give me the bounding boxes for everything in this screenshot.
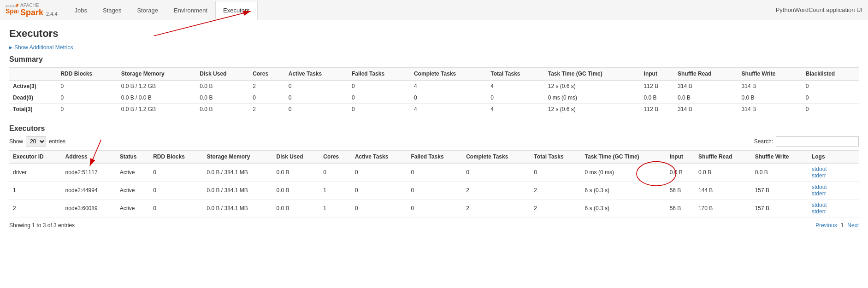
executor-cell: 0 ms (0 ms) xyxy=(581,163,666,182)
executor-cell: 0.0 B / 384.1 MB xyxy=(203,163,272,182)
summary-header-row: RDD Blocks Storage Memory Disk Used Core… xyxy=(9,68,859,81)
summary-cell: 0 xyxy=(348,92,410,104)
summary-row: Total(3)00.0 B / 1.2 GB0.0 B2004412 s (0… xyxy=(9,104,859,115)
summary-header-total-tasks: Total Tasks xyxy=(487,68,544,81)
summary-cell: 314 B xyxy=(738,80,802,92)
showing-text: Showing 1 to 3 of 3 entries xyxy=(9,222,75,229)
summary-cell: 12 s (0.6 s) xyxy=(544,104,640,115)
executor-cell: 0 xyxy=(530,163,581,182)
summary-cell: 0 xyxy=(285,104,348,115)
executor-header-address: Address xyxy=(62,151,116,164)
executor-cell: 56 B xyxy=(666,182,695,200)
svg-text:Spark: Spark xyxy=(6,7,18,15)
summary-row: Active(3)00.0 B / 1.2 GB0.0 B2004412 s (… xyxy=(9,80,859,92)
executor-cell: 0.0 B xyxy=(273,163,320,182)
show-additional-metrics-link[interactable]: Show Additional Metrics xyxy=(9,44,73,51)
summary-header-shuffle-write: Shuffle Write xyxy=(738,68,802,81)
logs-cell: stdoutstderr xyxy=(808,182,859,200)
stderr-link[interactable]: stderr xyxy=(812,190,826,197)
executor-header-total-tasks: Total Tasks xyxy=(530,151,581,164)
executor-header-rdd: RDD Blocks xyxy=(149,151,203,164)
nav-jobs[interactable]: Jobs xyxy=(67,1,95,20)
content: Executors Show Additional Metrics Summar… xyxy=(0,20,868,236)
executor-header-logs: Logs xyxy=(808,151,859,164)
executor-row: 2node3:60089Active00.0 B / 384.1 MB0.0 B… xyxy=(9,200,859,217)
executor-header-task-time: Task Time (GC Time) xyxy=(581,151,666,164)
summary-cell: 0 xyxy=(57,92,117,104)
executor-row: drivernode2:51117Active00.0 B / 384.1 MB… xyxy=(9,163,859,182)
summary-header-failed-tasks: Failed Tasks xyxy=(348,68,410,81)
summary-header-cores: Cores xyxy=(249,68,285,81)
logs-cell: stdoutstderr xyxy=(808,163,859,182)
nav-stages[interactable]: Stages xyxy=(95,1,129,20)
summary-cell: 0 xyxy=(487,92,544,104)
pagination: Previous 1 Next xyxy=(815,222,859,229)
search-label: Search: xyxy=(754,138,773,145)
spark-flame-icon: APACHE Spark xyxy=(6,4,18,17)
executor-cell: Active xyxy=(116,200,149,217)
stderr-link[interactable]: stderr xyxy=(812,208,826,215)
executor-cell: node2:51117 xyxy=(62,163,116,182)
summary-cell: 0 xyxy=(802,92,859,104)
executor-cell: 6 s (0.3 s) xyxy=(581,200,666,217)
executor-cell: 2 xyxy=(530,200,581,217)
executor-cell: 170 B xyxy=(695,200,751,217)
summary-cell: 0 xyxy=(348,80,410,92)
executor-cell: 0 xyxy=(149,163,203,182)
next-button[interactable]: Next xyxy=(847,222,859,229)
search-input[interactable] xyxy=(776,136,859,147)
summary-header-storage: Storage Memory xyxy=(118,68,196,81)
summary-cell: 0.0 B xyxy=(738,92,802,104)
executor-cell: 0 xyxy=(149,182,203,200)
summary-cell: 0 xyxy=(57,80,117,92)
executor-header-shuffle-write: Shuffle Write xyxy=(751,151,808,164)
summary-cell: 0.0 B xyxy=(674,92,738,104)
executor-cell: 2 xyxy=(9,200,62,217)
summary-cell: 0 xyxy=(348,104,410,115)
executor-cell: 157 B xyxy=(751,182,808,200)
stdout-link[interactable]: stdout xyxy=(812,184,827,190)
executor-cell: node3:60089 xyxy=(62,200,116,217)
nav-storage[interactable]: Storage xyxy=(129,1,166,20)
executor-table: Executor ID Address Status RDD Blocks St… xyxy=(9,150,859,217)
show-label: Show xyxy=(9,138,23,145)
executor-cell: 0 xyxy=(319,163,351,182)
previous-button[interactable]: Previous xyxy=(815,222,837,229)
summary-row: Dead(0)00.0 B / 0.0 B0.0 B000000 ms (0 m… xyxy=(9,92,859,104)
summary-header-rdd: RDD Blocks xyxy=(57,68,117,81)
nav-environment[interactable]: Environment xyxy=(166,1,215,20)
nav-links: Jobs Stages Storage Environment Executor… xyxy=(67,1,776,19)
table-footer: Showing 1 to 3 of 3 entries Previous 1 N… xyxy=(9,222,859,229)
summary-cell: 112 B xyxy=(640,80,674,92)
summary-cell: Dead(0) xyxy=(9,92,57,104)
executor-cell: 0 xyxy=(149,200,203,217)
executor-cell: 0 xyxy=(407,182,462,200)
executor-cell: 1 xyxy=(9,182,62,200)
stderr-link[interactable]: stderr xyxy=(812,172,826,179)
executor-header-status: Status xyxy=(116,151,149,164)
executor-cell: 1 xyxy=(319,200,351,217)
executors-controls: Show 20 entries Search: xyxy=(9,136,859,147)
executor-header-cores: Cores xyxy=(319,151,351,164)
summary-table: RDD Blocks Storage Memory Disk Used Core… xyxy=(9,67,859,115)
entries-select[interactable]: 20 xyxy=(26,136,46,147)
stdout-link[interactable]: stdout xyxy=(812,166,827,172)
stdout-link[interactable]: stdout xyxy=(812,202,827,208)
summary-cell: 0.0 B / 1.2 GB xyxy=(118,80,196,92)
summary-header-complete-tasks: Complete Tasks xyxy=(410,68,487,81)
summary-cell: 0.0 B / 1.2 GB xyxy=(118,104,196,115)
entries-label: entries xyxy=(49,138,65,145)
summary-cell: 0 xyxy=(410,92,487,104)
current-page: 1 xyxy=(841,222,844,229)
logs-cell: stdoutstderr xyxy=(808,200,859,217)
executor-header-active-tasks: Active Tasks xyxy=(351,151,407,164)
summary-cell: 4 xyxy=(487,104,544,115)
nav-executors[interactable]: Executors xyxy=(215,1,258,20)
executor-cell: Active xyxy=(116,182,149,200)
executor-cell: 157 B xyxy=(751,200,808,217)
app-title: PythonWordCount application UI xyxy=(776,6,862,13)
search-box: Search: xyxy=(754,136,859,147)
summary-cell: 0 xyxy=(285,80,348,92)
executors-section: Executors Show 20 entries Search: xyxy=(9,124,859,229)
executor-header-input: Input xyxy=(666,151,695,164)
